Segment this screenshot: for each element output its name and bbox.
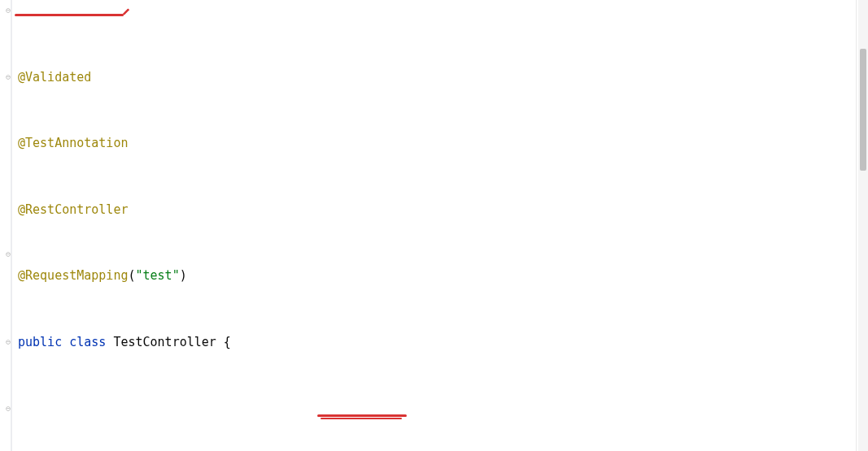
gutter[interactable]: ⊖ ⊖ ⊖ ⊖ ⊖ [0,0,16,451]
code-line[interactable]: public class TestController { [18,332,868,353]
code-line[interactable]: @RestController [18,199,868,221]
code-line[interactable]: @Validated [18,67,868,89]
annotation: @Validated [18,70,91,85]
code-line[interactable]: @TestAnnotation [18,132,868,154]
highlight-underline [122,8,129,15]
code-editor[interactable]: ⊖ ⊖ ⊖ ⊖ ⊖ @Validated @TestAnnotation @Re… [0,0,868,451]
annotation: @RestController [18,202,128,217]
highlight-underline [321,418,402,419]
fold-toggle-icon[interactable]: ⊖ [6,405,14,413]
fold-toggle-icon[interactable]: ⊖ [6,338,14,346]
highlight-underline [15,14,124,16]
fold-toggle-icon[interactable]: ⊖ [6,7,14,15]
annotation: @TestAnnotation [18,136,128,150]
string-literal: "test" [136,268,180,283]
right-margin-line [856,0,857,451]
code-area[interactable]: @Validated @TestAnnotation @RestControll… [16,0,868,451]
scroll-thumb[interactable] [860,49,866,171]
highlight-underline [317,414,407,417]
code-line[interactable]: @RequestMapping("test") [18,265,868,287]
annotation: @RequestMapping [18,268,128,283]
code-line[interactable] [18,398,868,420]
keyword: public [18,335,62,349]
fold-toggle-icon[interactable]: ⊖ [6,73,14,81]
keyword: class [69,335,106,349]
vertical-scrollbar[interactable] [858,0,868,451]
fold-toggle-icon[interactable]: ⊖ [6,250,14,258]
